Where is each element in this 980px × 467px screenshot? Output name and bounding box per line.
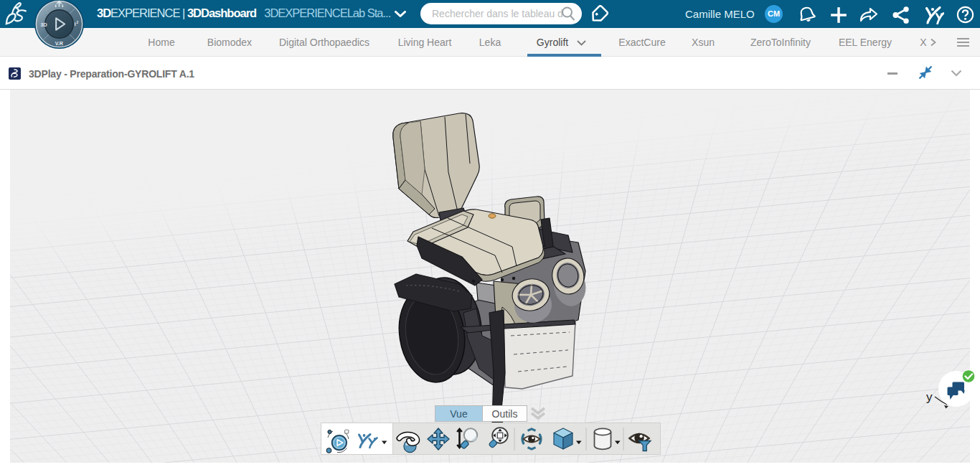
svg-text:3D: 3D (41, 22, 47, 28)
svg-text:i: i (75, 21, 76, 27)
svg-text:2: 2 (77, 21, 79, 24)
svg-text:V.R: V.R (55, 40, 64, 47)
svg-text:y: y (926, 390, 933, 404)
